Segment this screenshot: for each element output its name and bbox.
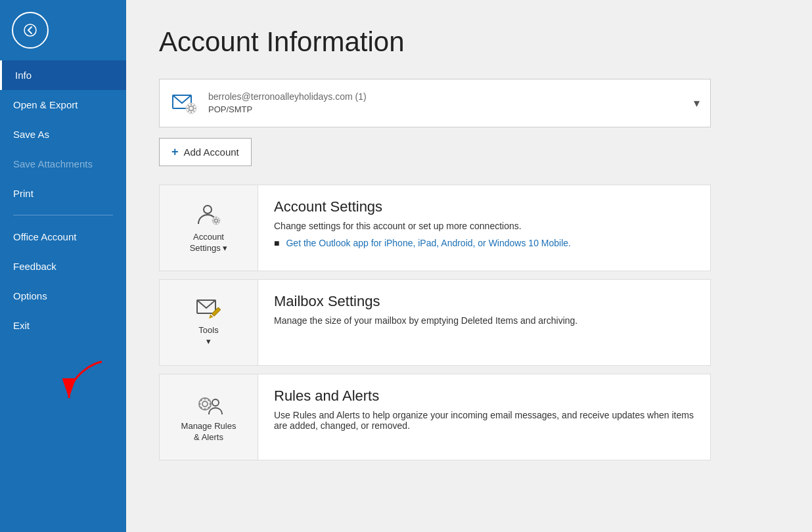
sidebar-item-open-export[interactable]: Open & Export	[0, 90, 126, 120]
sidebar-nav: Info Open & Export Save As Save Attachme…	[0, 60, 126, 532]
sidebar-item-print[interactable]: Print	[0, 179, 126, 208]
svg-line-12	[188, 111, 189, 112]
account-settings-body: Account Settings Change settings for thi…	[258, 185, 710, 261]
svg-point-0	[24, 24, 36, 36]
dropdown-arrow-icon: ▾	[694, 96, 700, 110]
sidebar-item-exit[interactable]: Exit	[0, 311, 126, 340]
sidebar-item-info[interactable]: Info	[0, 60, 126, 90]
account-settings-card: AccountSettings ▾ Account Settings Chang…	[159, 185, 711, 271]
rules-alerts-desc: Use Rules and Alerts to help organize yo…	[274, 410, 694, 431]
rules-alerts-card: Manage Rules& Alerts Rules and Alerts Us…	[159, 374, 711, 460]
svg-line-22	[218, 219, 219, 219]
svg-line-23	[213, 222, 214, 223]
account-info: berroles@terronoalleyholidays.com (1) PO…	[208, 91, 687, 115]
svg-line-20	[213, 219, 214, 219]
plus-icon: +	[171, 145, 179, 159]
svg-line-11	[194, 105, 194, 106]
mailbox-settings-desc: Manage the size of your mailbox by empty…	[274, 315, 694, 326]
account-settings-desc: Change settings for this account or set …	[274, 221, 694, 231]
sidebar-item-office-account[interactable]: Office Account	[0, 222, 126, 252]
account-dropdown[interactable]: berroles@terronoalleyholidays.com (1) PO…	[159, 79, 711, 127]
sidebar-item-options[interactable]: Options	[0, 281, 126, 311]
sidebar: Info Open & Export Save As Save Attachme…	[0, 0, 126, 532]
rules-alerts-body: Rules and Alerts Use Rules and Alerts to…	[258, 374, 710, 451]
account-type: POP/SMTP	[208, 104, 252, 114]
page-title: Account Information	[159, 26, 779, 58]
add-account-button[interactable]: + Add Account	[159, 138, 252, 166]
mailbox-tools-button[interactable]: Tools▾	[160, 280, 258, 365]
bullet-icon: ■	[274, 238, 279, 248]
main-content: Account Information berro	[126, 0, 812, 532]
svg-line-36	[208, 400, 209, 401]
svg-line-10	[194, 111, 194, 112]
back-button[interactable]	[12, 12, 49, 49]
account-settings-button[interactable]: AccountSettings ▾	[160, 185, 258, 271]
rules-alerts-title: Rules and Alerts	[274, 388, 694, 405]
svg-line-34	[200, 400, 202, 401]
cards-container: AccountSettings ▾ Account Settings Chang…	[159, 185, 779, 460]
sidebar-item-save-attachments[interactable]: Save Attachments	[0, 149, 126, 179]
svg-point-38	[212, 399, 219, 406]
svg-rect-25	[212, 307, 220, 316]
rules-icon-label: Manage Rules& Alerts	[181, 421, 237, 443]
account-settings-link[interactable]: ■ Get the Outlook app for iPhone, iPad, …	[274, 238, 694, 248]
mailbox-settings-body: Mailbox Settings Manage the size of your…	[258, 280, 710, 345]
account-email: berroles@terronoalleyholidays.com (1)	[208, 91, 687, 102]
svg-point-29	[202, 401, 208, 407]
mailbox-settings-title: Mailbox Settings	[274, 293, 694, 310]
account-settings-icon-label: AccountSettings ▾	[190, 232, 228, 254]
svg-line-9	[188, 105, 189, 106]
tools-icon-label: Tools▾	[198, 325, 218, 347]
add-account-label: Add Account	[184, 146, 239, 158]
mailbox-settings-card: Tools▾ Mailbox Settings Manage the size …	[159, 279, 711, 366]
sidebar-item-save-as[interactable]: Save As	[0, 120, 126, 149]
svg-point-13	[204, 206, 212, 213]
svg-line-21	[218, 222, 219, 223]
account-icon	[170, 89, 199, 118]
svg-line-35	[208, 407, 209, 409]
sidebar-item-feedback[interactable]: Feedback	[0, 252, 126, 281]
svg-line-37	[200, 407, 202, 409]
rules-alerts-button[interactable]: Manage Rules& Alerts	[160, 374, 258, 460]
account-settings-title: Account Settings	[274, 198, 694, 215]
sidebar-divider	[13, 215, 113, 215]
